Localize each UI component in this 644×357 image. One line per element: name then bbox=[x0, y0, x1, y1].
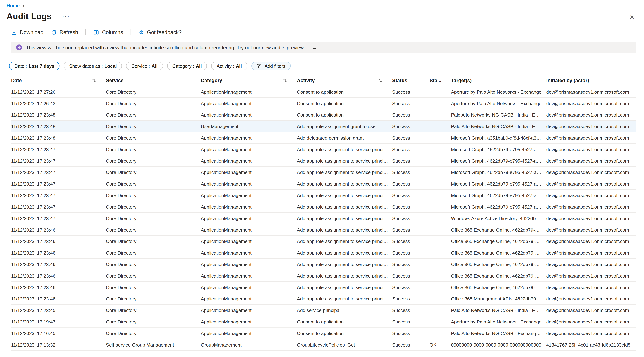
table-row[interactable]: 11/12/2023, 17:26:43Core DirectoryApplic… bbox=[11, 98, 636, 109]
cell-status: Success bbox=[392, 239, 430, 244]
cell-target: Microsoft Graph, 4622db79-e795-4527-a5..… bbox=[451, 193, 546, 198]
add-filters-button[interactable]: Add filters bbox=[251, 62, 291, 70]
table-row[interactable]: 11/12/2023, 17:23:47Core DirectoryApplic… bbox=[11, 144, 636, 155]
col-header-targets[interactable]: Target(s) bbox=[451, 78, 546, 83]
table-row[interactable]: 11/12/2023, 17:23:48Core DirectoryApplic… bbox=[11, 109, 636, 121]
col-header-initiated-by[interactable]: Initiated by (actor) bbox=[546, 78, 636, 83]
table-row[interactable]: 11/12/2023, 17:23:48Core DirectoryApplic… bbox=[11, 132, 636, 144]
col-header-date[interactable]: Date bbox=[11, 78, 106, 83]
cell-initiated-by: dev@prismasaasdev1.onmicrosoft.com bbox=[546, 170, 636, 175]
cell-category: ApplicationManagement bbox=[201, 285, 297, 290]
download-button[interactable]: Download bbox=[11, 28, 44, 36]
refresh-label: Refresh bbox=[60, 29, 78, 35]
toolbar-divider bbox=[86, 29, 86, 35]
cell-initiated-by: dev@prismasaasdev1.onmicrosoft.com bbox=[546, 308, 636, 313]
cell-service: Core Directory bbox=[106, 296, 201, 301]
table-row[interactable]: 11/12/2023, 17:23:45Core DirectoryApplic… bbox=[11, 305, 636, 316]
table-row[interactable]: 11/12/2023, 17:23:47Core DirectoryApplic… bbox=[11, 155, 636, 167]
cell-date: 11/12/2023, 17:23:47 bbox=[11, 216, 106, 221]
col-header-status[interactable]: Status bbox=[392, 78, 430, 83]
table-row[interactable]: 11/12/2023, 17:23:46Core DirectoryApplic… bbox=[11, 270, 636, 282]
preview-megaphone-icon bbox=[16, 44, 22, 50]
cell-activity: Add app role assignment to service princ… bbox=[297, 216, 392, 221]
filter-value: All bbox=[196, 63, 202, 68]
cell-initiated-by: 41341767-26ff-4c01-ac43-fd6b2133cfd5 bbox=[546, 342, 636, 347]
cell-service: Core Directory bbox=[106, 308, 201, 313]
cell-activity: Add app role assignment to service princ… bbox=[297, 285, 392, 290]
table-row[interactable]: 11/12/2023, 17:23:47Core DirectoryApplic… bbox=[11, 201, 636, 213]
title-context-menu-button[interactable]: ··· bbox=[62, 13, 71, 19]
cell-service: Core Directory bbox=[106, 273, 201, 278]
cell-initiated-by: dev@prismasaasdev1.onmicrosoft.com bbox=[546, 112, 636, 117]
table-row[interactable]: 11/12/2023, 17:19:47Core DirectoryApplic… bbox=[11, 316, 636, 328]
cell-target: Palo Alto Networks NG-CASB - India - Exc… bbox=[451, 112, 546, 117]
cell-category: ApplicationManagement bbox=[201, 250, 297, 255]
cell-date: 11/12/2023, 17:16:45 bbox=[11, 331, 106, 336]
col-header-category[interactable]: Category bbox=[201, 78, 297, 83]
cell-date: 11/12/2023, 17:23:47 bbox=[11, 170, 106, 175]
table-row[interactable]: 11/12/2023, 17:23:46Core DirectoryApplic… bbox=[11, 282, 636, 293]
col-header-status-reason[interactable]: Sta... bbox=[430, 78, 451, 83]
cell-activity: Consent to application bbox=[297, 319, 392, 324]
table-row[interactable]: 11/12/2023, 17:23:48Core DirectoryUserMa… bbox=[11, 121, 636, 132]
columns-button[interactable]: Columns bbox=[93, 28, 123, 36]
filter-pill-show-dates-as[interactable]: Show dates as : Local bbox=[64, 62, 122, 70]
table-row[interactable]: 11/12/2023, 17:23:46Core DirectoryApplic… bbox=[11, 293, 636, 305]
sort-icon bbox=[282, 78, 287, 83]
breadcrumb-home-link[interactable]: Home bbox=[6, 3, 20, 9]
cell-date: 11/12/2023, 17:23:46 bbox=[11, 239, 106, 244]
close-blade-button[interactable]: × bbox=[629, 13, 635, 22]
cell-initiated-by: dev@prismasaasdev1.onmicrosoft.com bbox=[546, 296, 636, 301]
cell-service: Core Directory bbox=[106, 158, 201, 163]
cell-target: Microsoft Graph, 4622db79-e795-4527-a5..… bbox=[451, 158, 546, 163]
cell-service: Core Directory bbox=[106, 147, 201, 152]
filter-pill-category[interactable]: Category : All bbox=[167, 62, 207, 70]
cell-status: Success bbox=[392, 193, 430, 198]
table-row[interactable]: 11/12/2023, 17:23:47Core DirectoryApplic… bbox=[11, 213, 636, 224]
cell-service: Core Directory bbox=[106, 331, 201, 336]
cell-target: Aperture by Palo Alto Networks - Exchang… bbox=[451, 319, 546, 324]
cell-activity: Consent to application bbox=[297, 331, 392, 336]
banner-text: This view will be soon replaced with a v… bbox=[26, 44, 305, 50]
cell-service: Core Directory bbox=[106, 319, 201, 324]
table-row[interactable]: 11/12/2023, 17:23:46Core DirectoryApplic… bbox=[11, 224, 636, 236]
table-row[interactable]: 11/12/2023, 17:23:46Core DirectoryApplic… bbox=[11, 236, 636, 247]
col-header-service[interactable]: Service bbox=[106, 78, 201, 83]
cell-activity: Add app role assignment to service princ… bbox=[297, 262, 392, 267]
cell-initiated-by: dev@prismasaasdev1.onmicrosoft.com bbox=[546, 239, 636, 244]
cell-target: Microsoft Graph, a351bab0-df8d-48cf-a35.… bbox=[451, 135, 546, 140]
table-row[interactable]: 11/12/2023, 17:23:47Core DirectoryApplic… bbox=[11, 178, 636, 190]
table-row[interactable]: 11/12/2023, 17:16:45Core DirectoryApplic… bbox=[11, 328, 636, 339]
table-row[interactable]: 11/12/2023, 17:27:26Core DirectoryApplic… bbox=[11, 86, 636, 98]
table-row[interactable]: 11/12/2023, 17:23:46Core DirectoryApplic… bbox=[11, 247, 636, 259]
cell-initiated-by: dev@prismasaasdev1.onmicrosoft.com bbox=[546, 331, 636, 336]
refresh-button[interactable]: Refresh bbox=[51, 28, 78, 36]
cell-target: Palo Alto Networks NG-CASB - Exchange s.… bbox=[451, 331, 546, 336]
filter-pill-activity[interactable]: Activity : All bbox=[211, 62, 247, 70]
table-row[interactable]: 11/12/2023, 17:23:47Core DirectoryApplic… bbox=[11, 190, 636, 201]
filter-value: Last 7 days bbox=[29, 63, 54, 68]
cell-initiated-by: dev@prismasaasdev1.onmicrosoft.com bbox=[546, 101, 636, 106]
filter-value: All bbox=[236, 63, 242, 68]
cell-date: 11/12/2023, 17:23:47 bbox=[11, 181, 106, 186]
cell-initiated-by: dev@prismasaasdev1.onmicrosoft.com bbox=[546, 147, 636, 152]
cell-date: 11/12/2023, 17:23:45 bbox=[11, 308, 106, 313]
col-header-activity[interactable]: Activity bbox=[297, 78, 392, 83]
cell-date: 11/12/2023, 17:23:47 bbox=[11, 158, 106, 163]
cell-initiated-by: dev@prismasaasdev1.onmicrosoft.com bbox=[546, 319, 636, 324]
filter-pill-date[interactable]: Date : Last 7 days bbox=[9, 62, 60, 70]
sort-icon bbox=[378, 78, 382, 83]
cell-service: Core Directory bbox=[106, 124, 201, 129]
table-row[interactable]: 11/12/2023, 17:23:46Core DirectoryApplic… bbox=[11, 259, 636, 270]
table-row[interactable]: 11/12/2023, 17:13:32Self-service Group M… bbox=[11, 339, 636, 351]
banner-arrow-link[interactable]: → bbox=[312, 44, 317, 50]
table-row[interactable]: 11/12/2023, 17:23:47Core DirectoryApplic… bbox=[11, 167, 636, 178]
cell-service: Core Directory bbox=[106, 193, 201, 198]
cell-service: Core Directory bbox=[106, 101, 201, 106]
filter-pill-service[interactable]: Service : All bbox=[126, 62, 163, 70]
cell-date: 11/12/2023, 17:23:46 bbox=[11, 273, 106, 278]
cell-target: Office 365 Exchange Online, 4622db79-e7.… bbox=[451, 239, 546, 244]
breadcrumb-chevron-icon: > bbox=[22, 3, 25, 8]
cell-category: ApplicationManagement bbox=[201, 158, 297, 163]
feedback-button[interactable]: Got feedback? bbox=[138, 28, 182, 36]
